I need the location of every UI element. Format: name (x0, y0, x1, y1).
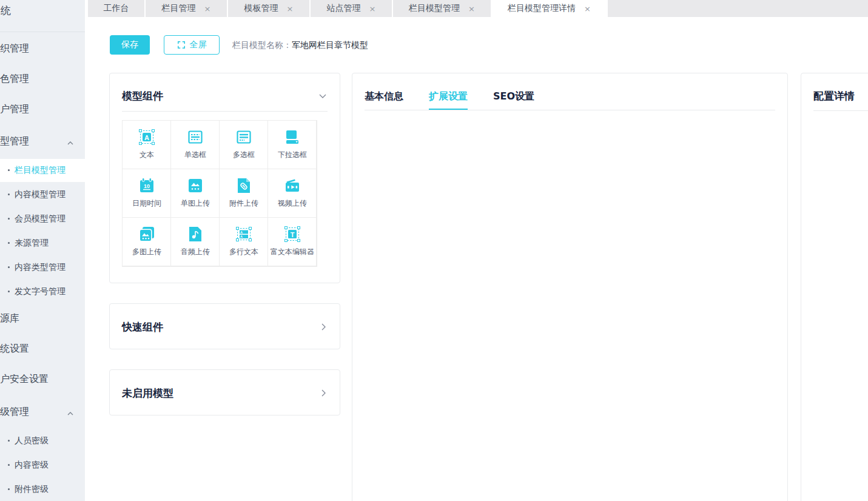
bullet-icon (8, 242, 10, 244)
bullet-icon (8, 266, 10, 268)
sidebar-item-member-model-management[interactable]: 会员模型管理 (0, 210, 85, 228)
sidebar: 统 织管理 色管理 户管理 型管理 栏目模型管理 内容模型管理 会员模型管理 来… (0, 0, 85, 501)
chevron-down-icon[interactable] (318, 91, 328, 101)
chevron-up-icon (67, 138, 74, 145)
multi-image-upload-icon (137, 224, 156, 244)
sidebar-item-content-type-management[interactable]: 内容类型管理 (0, 258, 85, 277)
tab-seo-settings[interactable]: SEO设置 (493, 90, 534, 110)
component-attachment-upload[interactable]: 附件上传 (220, 169, 268, 218)
chevron-right-icon[interactable] (319, 322, 328, 331)
tab-template-management[interactable]: 模板管理 × (228, 0, 311, 17)
component-video-upload[interactable]: 视频上传 (268, 169, 317, 218)
tab-column-model-management[interactable]: 栏目模型管理 × (393, 0, 492, 17)
model-components-title: 模型组件 (122, 89, 163, 103)
svg-text:A: A (240, 230, 243, 234)
save-button[interactable]: 保存 (110, 35, 150, 55)
component-grid: A 文本 单选框 (122, 120, 317, 267)
divider (365, 110, 775, 110)
sidebar-item-system-settings[interactable]: 统设置 (0, 340, 85, 358)
checkbox-icon (234, 127, 254, 147)
component-single-image-upload[interactable]: 单图上传 (171, 169, 220, 218)
config-detail-panel: 配置详情 (801, 73, 868, 501)
richtext-editor-icon: T (283, 224, 302, 244)
config-detail-title: 配置详情 (813, 89, 855, 103)
svg-text:A: A (144, 134, 149, 141)
tab-site-management[interactable]: 站点管理 × (311, 0, 393, 17)
bullet-icon (8, 169, 10, 171)
sidebar-item-content-secret-level[interactable]: 内容密级 (0, 456, 85, 474)
bullet-icon (8, 218, 10, 220)
bullet-icon (8, 440, 10, 442)
sidebar-item-security-settings[interactable]: 户安全设置 (0, 370, 85, 388)
single-image-upload-icon (186, 176, 205, 195)
divider (813, 110, 868, 111)
model-settings-panel: 基本信息 扩展设置 SEO设置 (352, 73, 788, 501)
settings-tabs: 基本信息 扩展设置 SEO设置 (365, 90, 534, 110)
sidebar-item-column-model-management[interactable]: 栏目模型管理 (0, 159, 85, 182)
audio-upload-icon (186, 224, 205, 244)
component-multi-image-upload[interactable]: 多图上传 (123, 218, 171, 266)
sidebar-item-org-management[interactable]: 织管理 (0, 39, 85, 58)
svg-text:10: 10 (144, 183, 150, 189)
close-icon[interactable]: × (287, 5, 294, 13)
sidebar-item-source-management[interactable]: 来源管理 (0, 234, 85, 252)
bullet-icon (8, 488, 10, 490)
component-richtext-editor[interactable]: T 富文本编辑器 (268, 218, 317, 266)
sidebar-item-user-management[interactable]: 户管理 (0, 100, 85, 118)
close-icon[interactable]: × (369, 5, 376, 13)
sidebar-item-doc-number-management[interactable]: 发文字号管理 (0, 283, 85, 301)
bullet-icon (8, 291, 10, 292)
divider (122, 111, 328, 112)
tab-bar: 工作台 栏目管理 × 模板管理 × 站点管理 × 栏目模型管理 × 栏目模型管理… (85, 0, 868, 17)
model-components-panel: 模型组件 A 文本 (109, 73, 340, 283)
unused-models-title: 未启用模型 (122, 370, 173, 416)
component-radio[interactable]: 单选框 (171, 121, 220, 169)
tab-basic-info[interactable]: 基本信息 (365, 90, 403, 110)
close-icon[interactable]: × (204, 5, 211, 13)
svg-text:A: A (240, 235, 243, 238)
tab-column-model-management-detail[interactable]: 栏目模型管理详情 × (492, 0, 608, 17)
component-datetime[interactable]: 10 日期时间 (123, 169, 171, 218)
fullscreen-icon (177, 41, 186, 49)
sidebar-item-secret-level-management[interactable]: 级管理 (0, 403, 85, 421)
component-text[interactable]: A 文本 (123, 121, 171, 169)
sidebar-item-attachment-secret-level[interactable]: 附件密级 (0, 480, 85, 499)
model-name-value: 军地网栏目章节模型 (292, 40, 368, 50)
svg-text:T: T (291, 231, 295, 238)
quick-components-panel[interactable]: 快速组件 (109, 303, 340, 349)
select-icon (283, 127, 302, 147)
sidebar-divider (0, 32, 85, 32)
attachment-upload-icon (234, 176, 254, 195)
bullet-icon (8, 464, 10, 466)
radio-icon (186, 127, 205, 147)
sidebar-item-model-management[interactable]: 型管理 (0, 132, 85, 150)
component-multiline-text[interactable]: A A 多行文本 (220, 218, 268, 266)
datetime-icon: 10 (137, 176, 156, 195)
component-audio-upload[interactable]: 音频上传 (171, 218, 220, 266)
tab-extended-settings[interactable]: 扩展设置 (429, 90, 468, 110)
fullscreen-button[interactable]: 全屏 (164, 35, 220, 55)
tab-workbench[interactable]: 工作台 (85, 0, 146, 17)
model-name-label: 栏目模型名称： (232, 40, 292, 50)
sidebar-item-content-model-management[interactable]: 内容模型管理 (0, 186, 85, 204)
close-icon[interactable]: × (468, 5, 475, 13)
sidebar-section-title: 统 (1, 4, 11, 18)
model-name: 栏目模型名称：军地网栏目章节模型 (232, 35, 368, 55)
sidebar-item-resource-library[interactable]: 源库 (0, 309, 85, 328)
chevron-up-icon (67, 408, 74, 415)
sidebar-item-personnel-secret-level[interactable]: 人员密级 (0, 432, 85, 450)
tab-column-management[interactable]: 栏目管理 × (146, 0, 228, 17)
quick-components-title: 快速组件 (122, 304, 163, 350)
component-select[interactable]: 下拉选框 (268, 121, 317, 169)
close-icon[interactable]: × (584, 5, 591, 13)
bullet-icon (8, 193, 10, 195)
video-upload-icon (283, 176, 302, 195)
component-checkbox[interactable]: 多选框 (220, 121, 268, 169)
sidebar-item-role-management[interactable]: 色管理 (0, 70, 85, 88)
text-icon: A (137, 127, 156, 147)
multiline-text-icon: A A (234, 224, 254, 244)
chevron-right-icon[interactable] (319, 388, 328, 397)
unused-models-panel[interactable]: 未启用模型 (109, 369, 340, 415)
